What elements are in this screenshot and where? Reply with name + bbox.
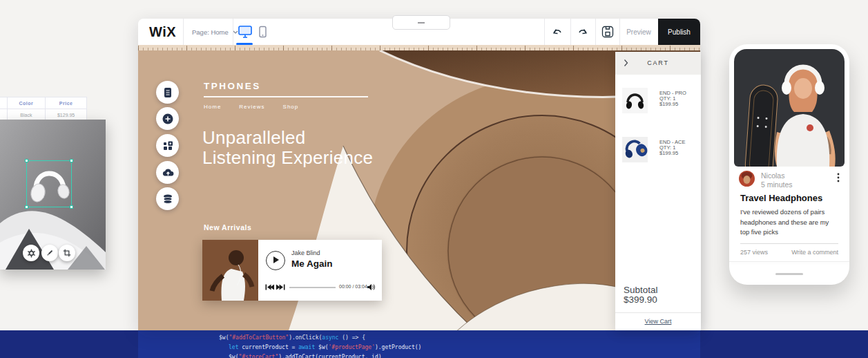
- cart-item-price: $199.95: [659, 102, 686, 107]
- selection-handle[interactable]: [70, 159, 73, 162]
- toolbar-divider: [183, 19, 184, 45]
- page-selector-label: Page: Home: [192, 28, 229, 36]
- hero-headline: Unparalleled Listening Experience: [202, 128, 373, 168]
- pages-icon: [161, 86, 175, 100]
- nav-link-reviews[interactable]: Reviews: [239, 104, 264, 110]
- cart-item-details: END - ACE QTY: 1 $199.95: [659, 140, 686, 156]
- post-divider: [740, 243, 838, 244]
- add-apps-icon: [161, 139, 175, 153]
- progress-bar[interactable]: [289, 287, 336, 288]
- cart-item-details: END - PRO QTY: 1 $199.95: [659, 91, 686, 107]
- post-author-block: Nicolas 5 minutes: [761, 171, 793, 189]
- preview-button[interactable]: Preview: [619, 19, 658, 45]
- selection-handle[interactable]: [25, 159, 28, 162]
- collapsed-toolbar-chip[interactable]: [392, 15, 450, 30]
- player-panel: Jake Blind Me Again 00:00 / 03:04: [258, 240, 382, 301]
- add-apps-button[interactable]: [156, 134, 179, 157]
- cart-item[interactable]: END - PRO QTY: 1 $199.95: [615, 88, 701, 115]
- kebab-menu-icon[interactable]: [837, 173, 840, 182]
- previous-track-icon[interactable]: [265, 284, 274, 290]
- ruler-major-ticks: [138, 46, 700, 50]
- cms-content-button[interactable]: [156, 187, 179, 210]
- phone-photo: [734, 49, 845, 167]
- pages-menu-button[interactable]: [156, 81, 179, 104]
- gear-icon: [26, 248, 37, 258]
- cart-item-photo-black-headphones: [622, 88, 648, 113]
- home-indicator[interactable]: [775, 273, 803, 275]
- table-header-row: Color Price: [0, 97, 87, 109]
- toolbar-divider: [233, 19, 233, 45]
- mobile-view-icon[interactable]: [258, 26, 267, 38]
- post-title: Travel Headphones: [740, 193, 822, 203]
- girl-with-headphones-photo: [734, 49, 845, 167]
- pencil-icon: [45, 248, 55, 258]
- cart-divider: [615, 312, 701, 313]
- cart-item-photo-blue-headphones: [622, 137, 648, 162]
- table-cell-cut: [0, 109, 7, 121]
- view-cart-link[interactable]: View Cart: [615, 318, 701, 325]
- table-header-cut: [0, 97, 7, 109]
- table-header-color: Color: [7, 97, 46, 109]
- nav-link-shop[interactable]: Shop: [283, 104, 299, 110]
- redo-icon: [577, 27, 588, 37]
- nav-link-home[interactable]: Home: [204, 104, 221, 110]
- player-transport: 00:00 / 03:04: [265, 284, 379, 291]
- edit-tool-button[interactable]: [41, 245, 58, 261]
- page-selector-dropdown[interactable]: Page: Home: [188, 19, 242, 45]
- cart-item[interactable]: END - ACE QTY: 1 $199.95: [615, 137, 701, 164]
- table-cell-price: $129.95: [46, 109, 87, 121]
- table-cell-color: Black: [7, 109, 46, 121]
- next-track-icon[interactable]: [276, 284, 285, 290]
- database-icon: [161, 192, 175, 206]
- crop-tool-button[interactable]: [59, 245, 75, 261]
- play-button[interactable]: [266, 251, 285, 270]
- music-player: Jake Blind Me Again 00:00 / 03:04: [202, 240, 382, 301]
- time-display: 00:00 / 03:04: [339, 284, 367, 289]
- redo-button[interactable]: [570, 19, 595, 45]
- write-comment-link[interactable]: Write a comment: [791, 249, 838, 256]
- selection-handle[interactable]: [25, 205, 28, 209]
- code-lines: $w("#addToCartButton").onClick(async () …: [219, 333, 421, 358]
- cart-header: CART: [615, 52, 701, 75]
- player-track-title: Me Again: [291, 258, 333, 269]
- post-body: I've reviewed dozens of pairs headphones…: [740, 207, 836, 238]
- upload-media-button[interactable]: [156, 161, 179, 184]
- undo-button[interactable]: [544, 19, 570, 45]
- avatar[interactable]: [739, 171, 755, 187]
- views-count: 257 views: [740, 249, 768, 256]
- save-button[interactable]: [595, 19, 619, 45]
- wix-logo: WiX: [149, 24, 176, 40]
- publish-button[interactable]: Publish: [658, 19, 700, 45]
- player-artist: Jake Blind: [291, 249, 320, 256]
- add-element-button[interactable]: [156, 107, 179, 130]
- table-header-price: Price: [46, 97, 87, 109]
- cart-title: CART: [615, 59, 701, 66]
- desktop-view-icon[interactable]: [238, 25, 253, 39]
- play-icon: [273, 256, 279, 263]
- image-editor-panel: [0, 120, 106, 270]
- crop-icon: [62, 248, 72, 258]
- minimize-dash-icon: [418, 22, 425, 23]
- cart-item-price: $199.95: [659, 151, 686, 156]
- post-time: 5 minutes: [761, 180, 793, 189]
- horizontal-ruler: [138, 45, 700, 50]
- post-author: Nicolas: [761, 171, 793, 180]
- headline-line-2: Listening Experience: [202, 148, 373, 168]
- headline-line-1: Unparalleled: [202, 128, 373, 148]
- code-panel: $w("#addToCartButton").onClick(async () …: [138, 330, 700, 358]
- product-options-table: Color Price Black $129.95: [0, 97, 87, 121]
- settings-tool-button[interactable]: [23, 245, 39, 261]
- selection-box[interactable]: [26, 160, 72, 207]
- player-cover-photo: [202, 240, 258, 301]
- selection-handle[interactable]: [70, 205, 73, 209]
- site-logo: TPHONES: [204, 81, 261, 91]
- add-icon: [161, 112, 175, 126]
- volume-icon[interactable]: [367, 283, 375, 291]
- table-row: Black $129.95: [0, 109, 87, 121]
- avatar-photo: [739, 171, 755, 187]
- cart-panel: CART END - PRO QTY: 1 $199.95: [615, 52, 701, 330]
- section-label: New Arrivals: [204, 223, 251, 232]
- subtotal-label: Subtotal: [624, 285, 658, 295]
- site-logo-underline: [204, 96, 368, 97]
- card-bottom-edge: [729, 261, 849, 262]
